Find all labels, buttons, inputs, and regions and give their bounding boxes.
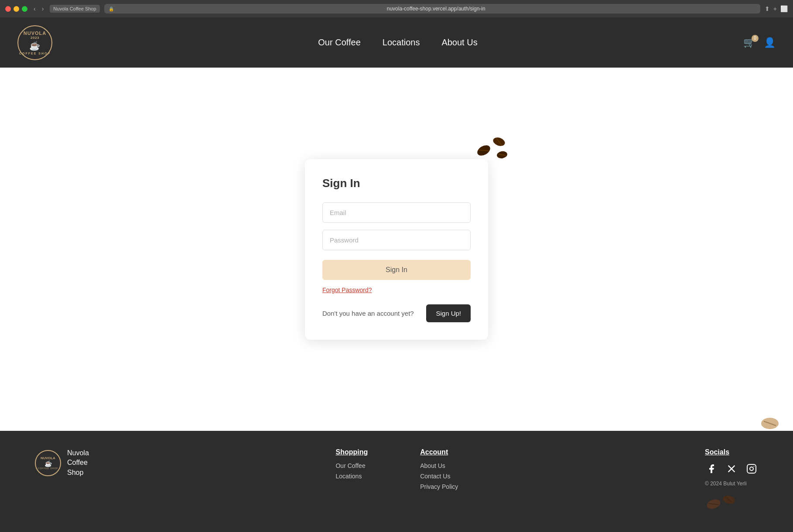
footer-socials: Socials bbox=[705, 448, 758, 515]
footer-beans-decoration bbox=[705, 491, 758, 515]
twitter-x-icon[interactable] bbox=[725, 462, 738, 475]
facebook-icon[interactable] bbox=[705, 462, 718, 475]
back-button[interactable]: ‹ bbox=[32, 4, 38, 13]
footer-inner: NUVOLA ☕ COFFEE SHOP Nuvola Coffee Shop … bbox=[35, 448, 758, 515]
footer-logo-area: NUVOLA ☕ COFFEE SHOP Nuvola Coffee Shop bbox=[35, 448, 89, 477]
logo-area[interactable]: NUVOLA 2023 ☕ COFFEE SHOP bbox=[17, 25, 52, 60]
nav-about-us[interactable]: About Us bbox=[441, 38, 477, 48]
address-bar[interactable]: 🔒 nuvola-coffee-shop.vercel.app/auth/sig… bbox=[104, 4, 760, 14]
nav-locations[interactable]: Locations bbox=[383, 38, 420, 48]
site-header: NUVOLA 2023 ☕ COFFEE SHOP Our Coffee Loc… bbox=[0, 17, 793, 68]
header-actions: 🛒 0 👤 bbox=[743, 37, 776, 48]
minimize-dot[interactable] bbox=[14, 6, 19, 12]
footer-shopping-column: Shopping Our Coffee Locations bbox=[335, 448, 368, 494]
footer-account-column: Account About Us Contact Us Privacy Poli… bbox=[420, 448, 458, 494]
footer-logo: NUVOLA ☕ COFFEE SHOP bbox=[35, 450, 61, 476]
nav-our-coffee[interactable]: Our Coffee bbox=[318, 38, 360, 48]
footer-columns: Shopping Our Coffee Locations Account Ab… bbox=[115, 448, 679, 494]
footer-brand-name: Nuvola Coffee Shop bbox=[67, 448, 89, 477]
browser-nav-controls: ‹ › bbox=[32, 4, 45, 13]
signin-card: Sign In Sign In Forgot Password? Don't y… bbox=[305, 159, 488, 340]
main-content: Sign In Sign In Forgot Password? Don't y… bbox=[0, 68, 793, 431]
signin-wrapper: Sign In Sign In Forgot Password? Don't y… bbox=[305, 159, 488, 340]
password-input[interactable] bbox=[322, 230, 471, 250]
lock-icon: 🔒 bbox=[109, 7, 114, 11]
footer-account-heading: Account bbox=[420, 448, 458, 456]
browser-tab[interactable]: Nuvola Coffee Shop bbox=[50, 5, 99, 13]
svg-point-3 bbox=[761, 418, 779, 429]
password-group bbox=[322, 230, 471, 250]
footer-contact-us-link[interactable]: Contact Us bbox=[420, 473, 458, 480]
browser-actions: ⬆ + ⬜ bbox=[765, 5, 788, 12]
tabs-button[interactable]: ⬜ bbox=[780, 5, 788, 12]
social-icons bbox=[705, 462, 758, 475]
no-account-text: Don't you have an account yet? bbox=[322, 310, 414, 317]
svg-point-1 bbox=[492, 136, 506, 147]
logo: NUVOLA 2023 ☕ COFFEE SHOP bbox=[17, 25, 52, 60]
footer-copyright: © 2024 Bulut Yerli bbox=[705, 481, 758, 487]
site-footer: NUVOLA ☕ COFFEE SHOP Nuvola Coffee Shop … bbox=[0, 431, 793, 532]
sign-up-button[interactable]: Sign Up! bbox=[426, 304, 471, 322]
svg-rect-4 bbox=[747, 464, 756, 473]
forgot-password-link[interactable]: Forgot Password? bbox=[322, 286, 372, 293]
browser-traffic-lights bbox=[5, 6, 27, 12]
instagram-icon[interactable] bbox=[745, 462, 758, 475]
email-group bbox=[322, 202, 471, 223]
user-button[interactable]: 👤 bbox=[764, 37, 776, 48]
main-nav: Our Coffee Locations About Us bbox=[318, 38, 477, 48]
forward-button[interactable]: › bbox=[40, 4, 46, 13]
maximize-dot[interactable] bbox=[22, 6, 27, 12]
email-input[interactable] bbox=[322, 202, 471, 223]
footer-our-coffee-link[interactable]: Our Coffee bbox=[335, 462, 368, 469]
cart-badge: 0 bbox=[752, 35, 759, 42]
signup-row: Don't you have an account yet? Sign Up! bbox=[322, 304, 471, 322]
svg-point-0 bbox=[475, 143, 492, 157]
browser-tabs: Nuvola Coffee Shop bbox=[50, 5, 99, 13]
close-dot[interactable] bbox=[5, 6, 11, 12]
footer-socials-heading: Socials bbox=[705, 448, 758, 456]
signin-title: Sign In bbox=[322, 177, 471, 190]
footer-shopping-heading: Shopping bbox=[335, 448, 368, 456]
footer-locations-link[interactable]: Locations bbox=[335, 473, 368, 480]
share-button[interactable]: ⬆ bbox=[765, 5, 770, 12]
svg-point-6 bbox=[754, 466, 755, 467]
browser-chrome: ‹ › Nuvola Coffee Shop 🔒 nuvola-coffee-s… bbox=[0, 0, 793, 17]
floating-bean bbox=[760, 417, 780, 432]
svg-point-2 bbox=[496, 150, 508, 159]
svg-point-5 bbox=[750, 467, 753, 471]
cart-button[interactable]: 🛒 0 bbox=[743, 37, 755, 48]
footer-about-us-link[interactable]: About Us bbox=[420, 462, 458, 469]
new-tab-button[interactable]: + bbox=[773, 5, 777, 12]
sign-in-button[interactable]: Sign In bbox=[322, 260, 471, 280]
footer-privacy-policy-link[interactable]: Privacy Policy bbox=[420, 483, 458, 490]
